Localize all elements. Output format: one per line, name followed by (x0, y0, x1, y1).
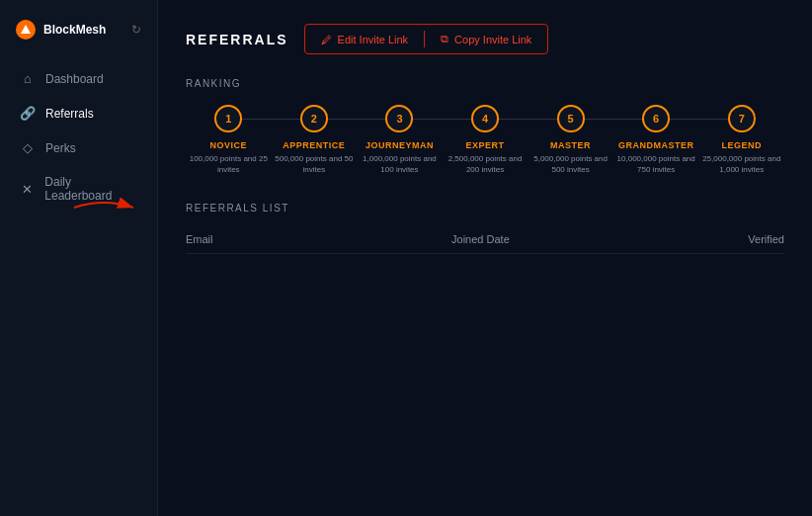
ranking-section: RANKING 1 NOVICE 100,000 points and 25 i… (186, 78, 784, 175)
col-verified: Verified (748, 233, 784, 245)
sidebar-item-referrals[interactable]: 🔗 Referrals (8, 98, 149, 129)
copy-icon: ⧉ (441, 33, 448, 45)
rank-desc: 100,000 points and 25 invites (186, 153, 272, 175)
rank-item: 6 GRANDMASTER 10,000,000 points and 750 … (613, 105, 699, 175)
copy-invite-link-button[interactable]: ⧉ Copy Invite Link (433, 29, 539, 49)
perks-icon: ◇ (20, 140, 36, 155)
sidebar-item-label: Referrals (45, 107, 94, 121)
rank-circle: 3 (385, 105, 413, 132)
rank-name: JOURNEYMAN (357, 140, 443, 150)
rank-item: 5 MASTER 5,000,000 points and 500 invite… (528, 105, 613, 175)
rank-circle: 2 (300, 105, 328, 132)
rank-name: LEGEND (698, 140, 784, 150)
col-joined: Joined Date (451, 233, 510, 245)
refresh-icon[interactable]: ↻ (131, 23, 141, 37)
sidebar-item-dashboard[interactable]: ⌂ Dashboard (8, 63, 149, 94)
rank-name: APPRENTICE (272, 140, 358, 150)
rank-name: NOVICE (186, 140, 272, 150)
rank-item: 1 NOVICE 100,000 points and 25 invites (186, 105, 272, 175)
rank-item: 7 LEGEND 25,000,000 points and 1,000 inv… (698, 105, 784, 175)
list-header: Email Joined Date Verified (186, 225, 784, 254)
rank-item: 3 JOURNEYMAN 1,000,000 points and 100 in… (357, 105, 443, 175)
referrals-list-title: REFERRALS LIST (186, 203, 784, 214)
rank-circle: 4 (471, 105, 499, 132)
button-divider (424, 31, 425, 47)
col-email: Email (186, 233, 213, 245)
rank-circle: 5 (557, 105, 585, 132)
logo-text: BlockMesh (43, 23, 106, 37)
referrals-icon: 🔗 (20, 106, 36, 121)
rank-item: 4 EXPERT 2,500,000 points and 200 invite… (443, 105, 528, 175)
leaderboard-icon: ✕ (20, 182, 35, 197)
rank-info: MASTER 5,000,000 points and 500 invites (528, 140, 613, 175)
logo-area: BlockMesh ↻ (0, 20, 157, 63)
rank-desc: 10,000,000 points and 750 invites (613, 153, 699, 175)
ranking-container: 1 NOVICE 100,000 points and 25 invites 2… (186, 105, 784, 175)
rank-desc: 2,500,000 points and 200 invites (443, 153, 528, 175)
sidebar-item-label: Daily Leaderboard (44, 175, 137, 203)
edit-invite-link-button[interactable]: 🖉 Edit Invite Link (313, 29, 417, 49)
logo-icon (16, 20, 36, 40)
rank-name: EXPERT (443, 140, 528, 150)
sidebar-item-leaderboard[interactable]: ✕ Daily Leaderboard (8, 167, 149, 211)
rank-info: LEGEND 25,000,000 points and 1,000 invit… (698, 140, 784, 175)
rank-info: GRANDMASTER 10,000,000 points and 750 in… (613, 140, 699, 175)
referrals-list-section: REFERRALS LIST Email Joined Date Verifie… (186, 203, 784, 254)
rank-circle: 7 (728, 105, 756, 132)
ranking-title: RANKING (186, 78, 784, 89)
page-title: REFERRALS (186, 32, 288, 47)
rank-desc: 5,000,000 points and 500 invites (528, 153, 613, 175)
rank-item: 2 APPRENTICE 500,000 points and 50 invit… (272, 105, 358, 175)
rank-info: NOVICE 100,000 points and 25 invites (186, 140, 272, 175)
rank-info: APPRENTICE 500,000 points and 50 invites (272, 140, 358, 175)
sidebar: BlockMesh ↻ ⌂ Dashboard 🔗 Referrals ◇ Pe… (0, 0, 158, 516)
edit-invite-label: Edit Invite Link (338, 34, 409, 45)
sidebar-nav: ⌂ Dashboard 🔗 Referrals ◇ Perks ✕ Daily … (0, 63, 157, 211)
rank-name: GRANDMASTER (613, 140, 699, 150)
rank-desc: 25,000,000 points and 1,000 invites (698, 153, 784, 175)
rank-desc: 500,000 points and 50 invites (272, 153, 358, 175)
svg-marker-0 (21, 25, 31, 34)
invite-button-group: 🖉 Edit Invite Link ⧉ Copy Invite Link (304, 24, 549, 54)
dashboard-icon: ⌂ (20, 71, 36, 86)
rank-info: EXPERT 2,500,000 points and 200 invites (443, 140, 528, 175)
rank-info: JOURNEYMAN 1,000,000 points and 100 invi… (357, 140, 443, 175)
header-row: REFERRALS 🖉 Edit Invite Link ⧉ Copy Invi… (186, 24, 784, 54)
rank-name: MASTER (528, 140, 613, 150)
sidebar-item-label: Perks (45, 141, 76, 155)
rank-desc: 1,000,000 points and 100 invites (357, 153, 443, 175)
sidebar-item-perks[interactable]: ◇ Perks (8, 132, 149, 163)
copy-invite-label: Copy Invite Link (454, 34, 531, 45)
edit-icon: 🖉 (321, 34, 332, 45)
sidebar-item-label: Dashboard (45, 72, 104, 86)
main-content: REFERRALS 🖉 Edit Invite Link ⧉ Copy Invi… (158, 0, 812, 516)
rank-circle: 1 (214, 105, 242, 132)
rank-circle: 6 (642, 105, 670, 132)
